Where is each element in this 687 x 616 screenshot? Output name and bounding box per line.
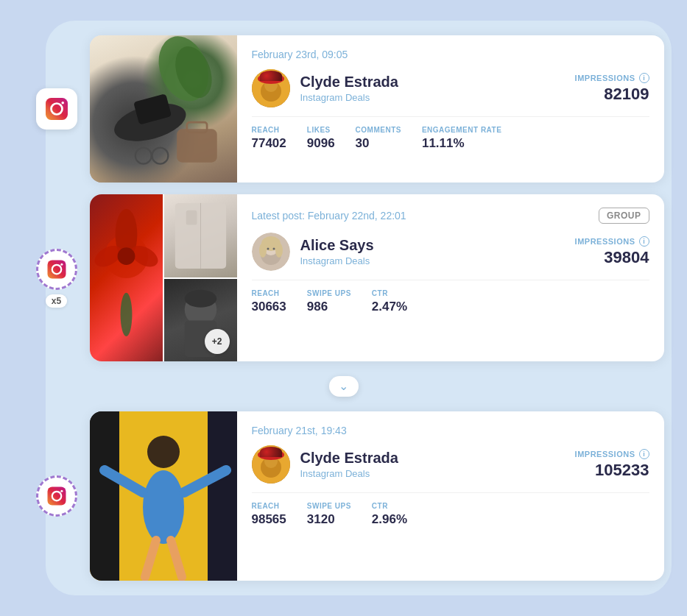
- card-date-2: Latest post: February 22nd, 22:01: [252, 210, 406, 222]
- stat-label-swipeups-2: SWIPE UPS: [307, 289, 351, 297]
- influencer-deal-3: Instagram Deals: [300, 468, 565, 479]
- stat-value-reach-1: 77402: [252, 136, 286, 151]
- influencer-name-1: Clyde Estrada: [300, 74, 565, 91]
- colorful-svg: [90, 411, 237, 581]
- instagram-svg-3: [46, 485, 68, 507]
- stat-reach-1: REACH 77402: [252, 126, 286, 151]
- svg-rect-47: [90, 411, 119, 581]
- post-card-row-2: x5: [24, 194, 664, 362]
- stat-reach-3: REACH 98565: [252, 502, 286, 527]
- svg-rect-44: [47, 487, 66, 506]
- avatar-clyde-svg-3: [252, 445, 290, 484]
- stat-ctr-2: CTR 2.47%: [372, 289, 407, 314]
- icon-area-1: [24, 88, 90, 130]
- stat-swipeups-3: SWIPE UPS 3120: [307, 502, 351, 527]
- post-image-3: [90, 411, 237, 581]
- expand-row: ⌄: [24, 373, 664, 400]
- impressions-title-2: IMPRESSIONS: [575, 237, 635, 246]
- icon-area-2: x5: [24, 249, 90, 308]
- info-icon-1[interactable]: i: [639, 73, 649, 83]
- instagram-svg-2: [46, 258, 68, 280]
- svg-point-64: [271, 453, 277, 459]
- stat-ctr-3: CTR 2.96%: [372, 502, 407, 527]
- card-header-1: February 23rd, 09:05: [252, 49, 649, 60]
- svg-rect-49: [208, 411, 237, 581]
- svg-point-61: [267, 447, 275, 455]
- stats-row-3: REACH 98565 SWIPE UPS 3120 CTR 2.96%: [252, 502, 649, 527]
- svg-point-40: [259, 243, 267, 258]
- stat-engagement-1: ENGAGEMENT RATE 11.11%: [422, 126, 501, 151]
- stats-row-1: REACH 77402 LIKES 9096 COMMENTS 30 ENG: [252, 126, 649, 151]
- svg-point-10: [152, 147, 168, 163]
- expand-button[interactable]: ⌄: [329, 376, 359, 397]
- svg-point-63: [265, 453, 271, 459]
- plus-badge: +2: [205, 329, 230, 354]
- stats-row-2: REACH 30663 SWIPE UPS 986 CTR 2.47%: [252, 289, 649, 314]
- avatar-clyde-svg-1: [252, 69, 290, 107]
- stat-value-reach-3: 98565: [252, 512, 286, 527]
- svg-rect-32: [186, 210, 197, 224]
- stat-swipeups-2: SWIPE UPS 986: [307, 289, 351, 314]
- influencer-name-3: Clyde Estrada: [300, 450, 565, 467]
- stat-value-comments-1: 30: [356, 136, 401, 151]
- group-badge[interactable]: GROUP: [599, 208, 649, 224]
- svg-point-20: [271, 77, 277, 83]
- svg-point-23: [60, 263, 63, 265]
- card-date-1: February 23rd, 09:05: [252, 49, 348, 60]
- post-multi-image-2: +2: [90, 194, 237, 362]
- impressions-label-row-2: IMPRESSIONS i: [575, 236, 649, 247]
- avatar-1: [252, 69, 290, 107]
- avatar-3: [252, 445, 290, 484]
- instagram-icon-dashed-3: [36, 475, 77, 517]
- main-container: February 23rd, 09:05: [24, 28, 664, 589]
- svg-point-58: [264, 455, 278, 468]
- svg-point-18: [273, 73, 281, 80]
- stat-label-ctr-3: CTR: [372, 502, 407, 510]
- influencer-row-3: Clyde Estrada Instagram Deals IMPRESSION…: [252, 445, 649, 484]
- info-icon-2[interactable]: i: [639, 236, 649, 247]
- svg-point-16: [261, 73, 269, 80]
- post-card-row-3: February 21st, 19:43: [24, 411, 664, 581]
- stat-label-engagement-1: ENGAGEMENT RATE: [422, 126, 501, 134]
- stat-comments-1: COMMENTS 30: [356, 126, 401, 151]
- instagram-icon-dashed-2: [36, 249, 77, 290]
- post-card-2: +2 Latest post: February 22nd, 22:01 GRO…: [90, 194, 664, 362]
- post-card-3: February 21st, 19:43: [90, 411, 664, 581]
- stat-value-engagement-1: 11.11%: [422, 136, 501, 151]
- card-content-1: February 23rd, 09:05: [237, 35, 664, 183]
- svg-rect-0: [46, 98, 68, 120]
- svg-point-60: [261, 449, 269, 456]
- stat-value-ctr-2: 2.47%: [372, 300, 407, 314]
- svg-point-14: [264, 79, 278, 92]
- stat-label-swipeups-3: SWIPE UPS: [307, 502, 351, 510]
- svg-point-51: [143, 470, 184, 544]
- stat-label-reach-3: REACH: [252, 502, 286, 510]
- svg-point-34: [184, 289, 216, 307]
- info-icon-3[interactable]: i: [639, 449, 649, 459]
- impressions-value-3: 105233: [575, 461, 649, 480]
- svg-point-59: [258, 450, 284, 460]
- influencer-info-3: Clyde Estrada Instagram Deals: [300, 450, 565, 479]
- svg-point-28: [117, 247, 135, 265]
- influencer-deal-2: Instagram Deals: [300, 255, 565, 266]
- impressions-value-2: 39804: [575, 248, 649, 267]
- stat-label-likes-1: LIKES: [307, 126, 335, 134]
- chevron-down-icon: ⌄: [339, 380, 348, 392]
- stat-value-swipeups-3: 3120: [307, 512, 351, 527]
- stat-value-swipeups-2: 986: [307, 300, 351, 314]
- impressions-value-1: 82109: [575, 85, 649, 104]
- post-image-1: [90, 35, 237, 183]
- divider-2: [252, 280, 649, 280]
- card-images-1: [90, 35, 237, 183]
- svg-rect-21: [47, 260, 66, 278]
- influencer-row-2: Alice Says Instagram Deals IMPRESSIONS i…: [252, 233, 649, 271]
- impressions-label-row-3: IMPRESSIONS i: [575, 449, 649, 459]
- fashion-illustration: [90, 35, 237, 183]
- svg-point-17: [267, 71, 275, 79]
- stat-reach-2: REACH 30663: [252, 289, 286, 314]
- impressions-title-3: IMPRESSIONS: [575, 450, 635, 459]
- card-header-2: Latest post: February 22nd, 22:01 GROUP: [252, 208, 649, 224]
- impressions-block-3: IMPRESSIONS i 105233: [575, 449, 649, 480]
- red-flower-svg: [90, 194, 163, 362]
- svg-point-41: [275, 243, 283, 258]
